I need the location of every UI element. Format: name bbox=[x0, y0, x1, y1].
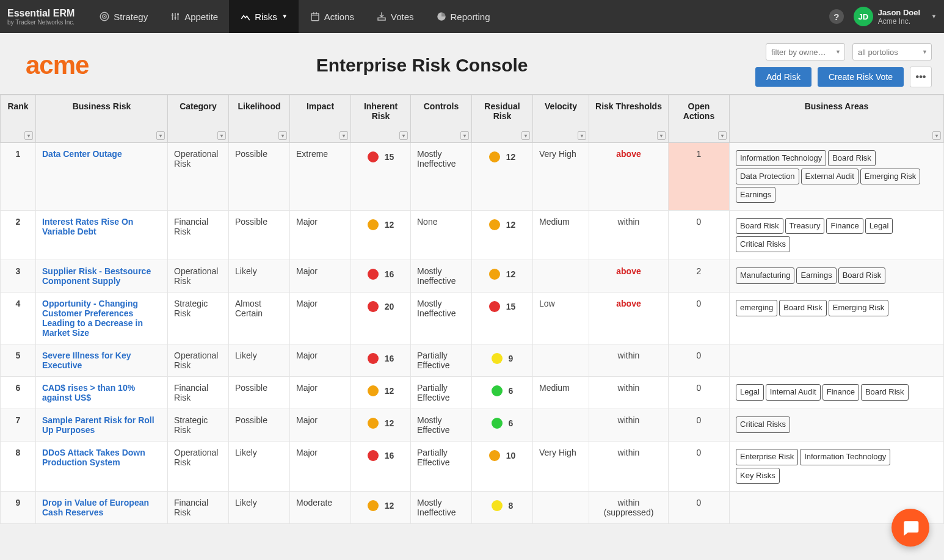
col-header: Rank▾ bbox=[1, 95, 36, 143]
nav-actions[interactable]: Actions bbox=[299, 0, 365, 33]
nav-strategy[interactable]: Strategy bbox=[88, 0, 159, 33]
residual-value: 6 bbox=[509, 386, 514, 396]
area-tag[interactable]: Legal bbox=[736, 384, 764, 400]
inherent-value: 16 bbox=[385, 354, 394, 363]
risk-link[interactable]: Drop in Value of European Cash Reserves bbox=[42, 498, 149, 517]
risk-link[interactable]: Supplier Risk - Bestsource Component Sup… bbox=[42, 266, 151, 286]
nav-items: StrategyAppetiteRisks▼ActionsVotesReport… bbox=[88, 0, 501, 33]
area-tag[interactable]: Key Risks bbox=[736, 468, 780, 484]
inherent-value: 12 bbox=[385, 220, 394, 230]
nav-appetite[interactable]: Appetite bbox=[159, 0, 229, 33]
area-tag[interactable]: Board Risk bbox=[861, 384, 909, 400]
more-actions-button[interactable]: ••• bbox=[910, 67, 932, 87]
risk-link[interactable]: CAD$ rises > than 10% against US$ bbox=[42, 383, 135, 402]
inherent-value: 12 bbox=[385, 418, 394, 428]
risk-link[interactable]: Data Center Outage bbox=[42, 149, 122, 159]
residual-cell: 8 bbox=[472, 491, 533, 523]
risk-link[interactable]: Severe Illness for Key Executive bbox=[42, 351, 131, 370]
area-tag[interactable]: Emerging Risk bbox=[860, 169, 921, 184]
chat-icon bbox=[901, 518, 920, 537]
controls-cell: Partially Effective bbox=[411, 442, 472, 491]
category-cell: Strategic Risk bbox=[168, 409, 229, 442]
column-filter-icon[interactable]: ▾ bbox=[399, 131, 408, 140]
avatar: JD bbox=[854, 7, 873, 26]
area-tag[interactable]: Internal Audit bbox=[766, 384, 821, 400]
risk-link[interactable]: Interest Rates Rise On Variable Debt bbox=[42, 217, 133, 236]
column-filter-icon[interactable]: ▾ bbox=[278, 131, 287, 140]
risk-cell: Drop in Value of European Cash Reserves bbox=[36, 491, 168, 523]
chevron-down-icon: ▼ bbox=[931, 13, 937, 20]
column-filter-icon[interactable]: ▾ bbox=[24, 131, 33, 140]
area-tag[interactable]: Data Protection bbox=[736, 169, 799, 184]
risk-link[interactable]: Sample Parent Risk for Roll Up Purposes bbox=[42, 415, 154, 435]
svg-point-4 bbox=[175, 17, 176, 19]
inherent-cell: 20 bbox=[351, 293, 411, 344]
top-nav: Essential ERM by Tracker Networks Inc. S… bbox=[0, 0, 944, 33]
area-tag[interactable]: Information Technology bbox=[800, 449, 890, 465]
help-icon[interactable]: ? bbox=[829, 9, 844, 24]
impact-cell: Extreme bbox=[290, 143, 351, 211]
risk-dot-icon bbox=[492, 385, 503, 396]
filter-owner-select[interactable]: filter by owne… bbox=[766, 43, 845, 60]
nav-votes[interactable]: Votes bbox=[365, 0, 425, 33]
residual-value: 10 bbox=[506, 451, 516, 460]
area-tag[interactable]: Board Risk bbox=[828, 150, 876, 166]
filter-portfolio-select[interactable]: all portolios bbox=[852, 43, 932, 60]
category-cell: Operational Risk bbox=[168, 442, 229, 491]
chat-launcher[interactable] bbox=[891, 509, 929, 547]
open-actions-cell: 0 bbox=[669, 442, 730, 491]
area-tag[interactable]: Critical Risks bbox=[736, 416, 790, 432]
risk-cell: Sample Parent Risk for Roll Up Purposes bbox=[36, 409, 168, 442]
area-tag[interactable]: Finance bbox=[822, 384, 859, 400]
controls-cell: Partially Effective bbox=[411, 377, 472, 409]
inherent-cell: 12 bbox=[351, 409, 411, 442]
likelihood-cell: Likely bbox=[229, 344, 290, 377]
risk-cell: Severe Illness for Key Executive bbox=[36, 344, 168, 377]
column-filter-icon[interactable]: ▾ bbox=[217, 131, 226, 140]
create-risk-vote-button[interactable]: Create Risk Vote bbox=[818, 67, 904, 87]
area-tag[interactable]: Treasury bbox=[785, 218, 825, 234]
area-tag[interactable]: Board Risk bbox=[779, 300, 827, 316]
column-filter-icon[interactable]: ▾ bbox=[460, 131, 469, 140]
area-tag[interactable]: Finance bbox=[826, 218, 863, 234]
area-tag[interactable]: External Audit bbox=[801, 169, 859, 184]
risk-dot-icon bbox=[368, 353, 379, 364]
area-tag[interactable]: Information Technology bbox=[736, 150, 826, 166]
risk-dot-icon bbox=[368, 450, 379, 461]
area-tag[interactable]: Manufacturing bbox=[736, 267, 794, 283]
area-tag[interactable]: Board Risk bbox=[838, 267, 886, 283]
add-risk-button[interactable]: Add Risk bbox=[755, 67, 811, 87]
area-tag[interactable]: Earnings bbox=[736, 187, 775, 203]
column-filter-icon[interactable]: ▾ bbox=[657, 131, 666, 140]
open-actions-cell: 0 bbox=[669, 211, 730, 260]
column-filter-icon[interactable]: ▾ bbox=[521, 131, 530, 140]
area-tag[interactable]: Enterprise Risk bbox=[736, 449, 798, 465]
col-label: Business Areas bbox=[805, 101, 869, 111]
area-tag[interactable]: Critical Risks bbox=[736, 236, 790, 252]
column-filter-icon[interactable]: ▾ bbox=[578, 131, 586, 140]
nav-reporting[interactable]: Reporting bbox=[425, 0, 501, 33]
risk-link[interactable]: DDoS Attack Takes Down Production System bbox=[42, 448, 145, 467]
column-filter-icon[interactable]: ▾ bbox=[339, 131, 348, 140]
likelihood-cell: Likely bbox=[229, 442, 290, 491]
area-tag[interactable]: Emerging Risk bbox=[829, 300, 889, 316]
column-filter-icon[interactable]: ▾ bbox=[932, 131, 941, 140]
nav-risks[interactable]: Risks▼ bbox=[229, 0, 299, 33]
area-tag[interactable]: Board Risk bbox=[736, 218, 783, 234]
category-cell: Operational Risk bbox=[168, 260, 229, 293]
threshold-cell: within bbox=[589, 344, 669, 377]
user-menu[interactable]: JD Jason Doel Acme Inc. ▼ bbox=[854, 7, 937, 26]
risk-cell: Data Center Outage bbox=[36, 143, 168, 211]
column-filter-icon[interactable]: ▾ bbox=[156, 131, 165, 140]
areas-cell: LegalInternal AuditFinanceBoard Risk bbox=[730, 377, 944, 409]
rank-cell: 7 bbox=[1, 409, 36, 442]
column-filter-icon[interactable]: ▾ bbox=[718, 131, 727, 140]
rank-cell: 8 bbox=[1, 442, 36, 491]
inherent-value: 15 bbox=[385, 152, 394, 162]
area-tag[interactable]: Legal bbox=[865, 218, 893, 234]
table-row: 1Data Center OutageOperational RiskPossi… bbox=[1, 143, 944, 211]
area-tag[interactable]: Earnings bbox=[796, 267, 836, 283]
risk-link[interactable]: Opportunity - Changing Customer Preferen… bbox=[42, 299, 143, 338]
col-header: Velocity▾ bbox=[533, 95, 589, 143]
area-tag[interactable]: emerging bbox=[736, 300, 777, 316]
